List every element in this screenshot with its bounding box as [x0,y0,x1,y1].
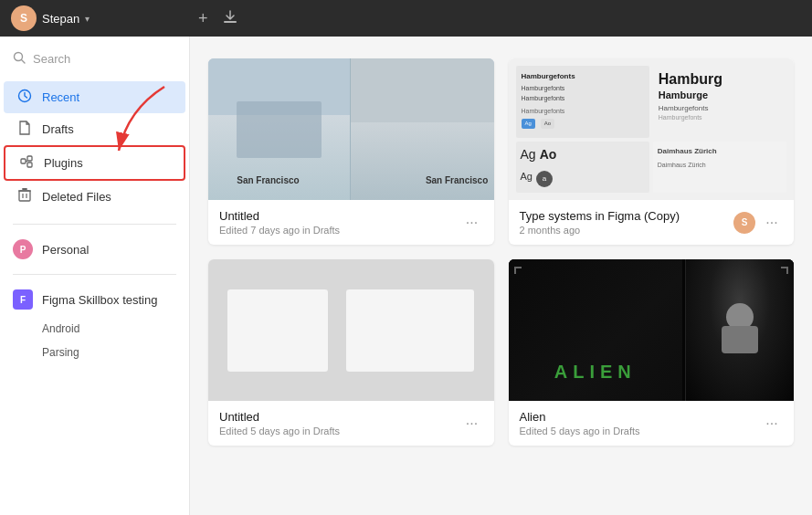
file-meta-1: Edited 7 days ago in Drafts [219,225,461,236]
file-card-footer-1: Untitled Edited 7 days ago in Drafts ··· [208,200,494,245]
sidebar-item-deleted[interactable]: Deleted Files [4,181,185,213]
svg-rect-5 [21,159,26,163]
top-bar: S Stepan ▾ + [0,0,812,37]
file-name-1: Untitled [219,209,461,223]
workspace-name-2: Figma Skillbox testing [42,293,157,307]
import-icon[interactable] [221,8,239,29]
workspace-name: Personal [42,243,89,257]
user-menu[interactable]: S Stepan ▾ [11,5,180,31]
file-actions-3: ··· [461,413,483,435]
file-name-2: Type systems in Figma (Copy) [520,209,734,223]
file-meta-3: Edited 5 days ago in Drafts [219,426,461,436]
file-meta-4: Edited 5 days ago in Drafts [520,426,762,436]
file-card-footer-4: Alien Edited 5 days ago in Drafts ··· [509,401,795,446]
sidebar-nav: Recent Drafts [0,78,189,216]
more-button-4[interactable]: ··· [761,413,783,435]
blank-block-right [346,289,474,372]
sidebar-item-label: Recent [42,90,79,104]
file-card-footer-2: Type systems in Figma (Copy) 2 months ag… [509,200,795,245]
top-bar-actions: + [198,8,239,29]
search-label: Search [33,52,70,66]
svg-line-3 [22,60,26,64]
file-thumbnail-3 [208,259,494,401]
file-meta-2: 2 months ago [520,225,734,236]
more-button-1[interactable]: ··· [461,212,483,234]
file-info-3: Untitled Edited 5 days ago in Drafts [219,410,461,436]
sidebar-item-label: Drafts [42,122,74,136]
svg-rect-9 [19,191,30,201]
workspace-avatar-2: F [13,289,33,310]
file-actions-1: ··· [461,212,483,234]
file-thumbnail-2: Hamburgefonts Hamburgefonts Hamburgefont… [509,58,795,200]
sidebar: Search Recent [0,37,190,515]
search-button[interactable]: Search [0,44,189,78]
svg-rect-7 [27,163,32,167]
workspace-avatar: P [13,239,33,259]
svg-rect-0 [224,21,237,23]
file-actions-4: ··· [761,413,783,435]
file-card-2[interactable]: Hamburgefonts Hamburgefonts Hamburgefont… [509,58,795,245]
files-grid: San Francisco San Francisco Untitled Edi… [208,58,794,446]
workspace-figma-skillbox[interactable]: F Figma Skillbox testing [0,282,189,317]
user-avatar: S [11,5,37,31]
file-info-2: Type systems in Figma (Copy) 2 months ag… [520,209,734,236]
sidebar-sub-android[interactable]: Android [0,317,189,341]
sidebar-sub-parsing[interactable]: Parsing [0,341,189,364]
more-button-3[interactable]: ··· [461,413,483,435]
workspace-personal[interactable]: P Personal [0,232,189,267]
user-name: Stepan [42,12,79,26]
file-name-4: Alien [520,410,762,424]
sidebar-item-label: Plugins [44,156,83,170]
file-actions-2: S ··· [733,212,783,234]
sidebar-divider [13,224,176,225]
blank-block-left [227,289,328,372]
sidebar-item-plugins[interactable]: Plugins [4,145,185,181]
file-name-3: Untitled [219,410,461,424]
file-info-4: Alien Edited 5 days ago in Drafts [520,410,762,436]
clock-icon [16,89,33,106]
blank-blocks [208,259,494,401]
file-info-1: Untitled Edited 7 days ago in Drafts [219,209,461,236]
file-card-4[interactable]: ALIEN [509,259,795,446]
more-button-2[interactable]: ··· [761,212,783,234]
plugin-icon [18,154,35,172]
file-card-footer-3: Untitled Edited 5 days ago in Drafts ··· [208,401,494,446]
search-icon [13,51,26,67]
file-card-1[interactable]: San Francisco San Francisco Untitled Edi… [208,58,494,245]
file-user-avatar-2: S [733,212,755,234]
chevron-down-icon: ▾ [85,14,90,24]
file-icon [16,121,33,138]
trash-icon [16,188,33,205]
file-thumbnail-1: San Francisco San Francisco [208,58,494,200]
svg-rect-6 [27,156,32,161]
sidebar-divider-2 [13,274,176,275]
sidebar-item-label: Deleted Files [42,190,111,204]
sidebar-item-recent[interactable]: Recent [4,81,185,113]
file-thumbnail-4: ALIEN [509,259,795,401]
sidebar-item-drafts[interactable]: Drafts [4,113,185,145]
main-content: San Francisco San Francisco Untitled Edi… [190,37,812,515]
file-card-3[interactable]: Untitled Edited 5 days ago in Drafts ··· [208,259,494,446]
new-file-icon[interactable]: + [198,9,208,28]
app-layout: Search Recent [0,0,812,515]
